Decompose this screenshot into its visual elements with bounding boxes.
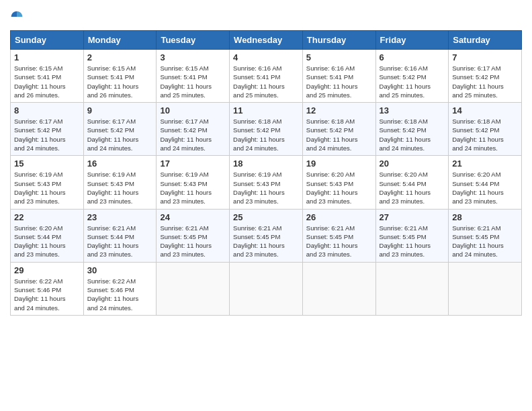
calendar-week-row: 22Sunrise: 6:20 AM Sunset: 5:44 PM Dayli… <box>11 209 522 262</box>
column-header-wednesday: Wednesday <box>230 31 303 50</box>
day-info: Sunrise: 6:16 AM Sunset: 5:42 PM Dayligh… <box>380 64 445 99</box>
day-number: 9 <box>87 105 153 116</box>
calendar-week-row: 8Sunrise: 6:17 AM Sunset: 5:42 PM Daylig… <box>11 103 522 156</box>
day-number: 26 <box>306 212 372 222</box>
day-number: 28 <box>452 212 518 222</box>
calendar-cell: 8Sunrise: 6:17 AM Sunset: 5:42 PM Daylig… <box>11 103 84 156</box>
calendar-cell: 24Sunrise: 6:21 AM Sunset: 5:45 PM Dayli… <box>157 209 230 262</box>
calendar-cell: 20Sunrise: 6:20 AM Sunset: 5:44 PM Dayli… <box>375 156 449 209</box>
day-info: Sunrise: 6:20 AM Sunset: 5:43 PM Dayligh… <box>306 170 372 205</box>
day-info: Sunrise: 6:15 AM Sunset: 5:41 PM Dayligh… <box>87 64 153 99</box>
column-header-saturday: Saturday <box>449 31 522 50</box>
logo-icon <box>10 10 24 24</box>
day-number: 12 <box>306 105 372 116</box>
calendar-cell: 1Sunrise: 6:15 AM Sunset: 5:41 PM Daylig… <box>11 50 84 103</box>
calendar-table: SundayMondayTuesdayWednesdayThursdayFrid… <box>10 30 522 316</box>
calendar-cell: 27Sunrise: 6:21 AM Sunset: 5:45 PM Dayli… <box>375 209 449 262</box>
column-header-sunday: Sunday <box>11 31 84 50</box>
day-info: Sunrise: 6:17 AM Sunset: 5:42 PM Dayligh… <box>14 117 80 152</box>
day-info: Sunrise: 6:22 AM Sunset: 5:46 PM Dayligh… <box>14 277 80 312</box>
calendar-header-row: SundayMondayTuesdayWednesdayThursdayFrid… <box>11 31 522 50</box>
day-number: 29 <box>14 265 80 275</box>
day-number: 6 <box>380 52 445 62</box>
day-info: Sunrise: 6:20 AM Sunset: 5:44 PM Dayligh… <box>452 170 518 205</box>
calendar-week-row: 15Sunrise: 6:19 AM Sunset: 5:43 PM Dayli… <box>11 156 522 209</box>
calendar-cell <box>375 262 449 315</box>
day-info: Sunrise: 6:17 AM Sunset: 5:42 PM Dayligh… <box>452 64 518 99</box>
calendar-cell: 7Sunrise: 6:17 AM Sunset: 5:42 PM Daylig… <box>449 50 522 103</box>
calendar-cell: 30Sunrise: 6:22 AM Sunset: 5:46 PM Dayli… <box>83 262 157 315</box>
calendar-cell: 16Sunrise: 6:19 AM Sunset: 5:43 PM Dayli… <box>83 156 157 209</box>
day-info: Sunrise: 6:21 AM Sunset: 5:45 PM Dayligh… <box>233 224 299 259</box>
calendar-cell: 23Sunrise: 6:21 AM Sunset: 5:44 PM Dayli… <box>83 209 157 262</box>
page-header <box>10 10 522 24</box>
day-number: 17 <box>160 158 226 169</box>
day-info: Sunrise: 6:17 AM Sunset: 5:42 PM Dayligh… <box>87 117 153 152</box>
day-info: Sunrise: 6:18 AM Sunset: 5:42 PM Dayligh… <box>233 117 299 152</box>
calendar-cell <box>157 262 230 315</box>
calendar-cell: 9Sunrise: 6:17 AM Sunset: 5:42 PM Daylig… <box>83 103 157 156</box>
day-number: 21 <box>452 158 518 169</box>
day-info: Sunrise: 6:18 AM Sunset: 5:42 PM Dayligh… <box>306 117 372 152</box>
day-number: 25 <box>233 212 299 222</box>
calendar-cell: 12Sunrise: 6:18 AM Sunset: 5:42 PM Dayli… <box>302 103 375 156</box>
day-info: Sunrise: 6:21 AM Sunset: 5:44 PM Dayligh… <box>87 224 153 259</box>
day-number: 20 <box>380 158 445 169</box>
column-header-monday: Monday <box>83 31 157 50</box>
day-number: 18 <box>233 158 299 169</box>
day-info: Sunrise: 6:19 AM Sunset: 5:43 PM Dayligh… <box>87 170 153 205</box>
day-number: 13 <box>380 105 445 116</box>
calendar-cell: 10Sunrise: 6:17 AM Sunset: 5:42 PM Dayli… <box>157 103 230 156</box>
day-info: Sunrise: 6:20 AM Sunset: 5:44 PM Dayligh… <box>380 170 445 205</box>
column-header-tuesday: Tuesday <box>157 31 230 50</box>
calendar-cell: 15Sunrise: 6:19 AM Sunset: 5:43 PM Dayli… <box>11 156 84 209</box>
day-info: Sunrise: 6:20 AM Sunset: 5:44 PM Dayligh… <box>14 224 80 259</box>
day-number: 11 <box>233 105 299 116</box>
day-info: Sunrise: 6:19 AM Sunset: 5:43 PM Dayligh… <box>160 170 226 205</box>
day-number: 14 <box>452 105 518 116</box>
calendar-cell: 26Sunrise: 6:21 AM Sunset: 5:45 PM Dayli… <box>302 209 375 262</box>
calendar-cell <box>230 262 303 315</box>
calendar-cell: 4Sunrise: 6:16 AM Sunset: 5:41 PM Daylig… <box>230 50 303 103</box>
calendar-cell: 29Sunrise: 6:22 AM Sunset: 5:46 PM Dayli… <box>11 262 84 315</box>
day-info: Sunrise: 6:17 AM Sunset: 5:42 PM Dayligh… <box>160 117 226 152</box>
calendar-cell: 21Sunrise: 6:20 AM Sunset: 5:44 PM Dayli… <box>449 156 522 209</box>
day-info: Sunrise: 6:21 AM Sunset: 5:45 PM Dayligh… <box>160 224 226 259</box>
day-info: Sunrise: 6:21 AM Sunset: 5:45 PM Dayligh… <box>380 224 445 259</box>
day-info: Sunrise: 6:19 AM Sunset: 5:43 PM Dayligh… <box>233 170 299 205</box>
day-number: 16 <box>87 158 153 169</box>
day-info: Sunrise: 6:15 AM Sunset: 5:41 PM Dayligh… <box>160 64 226 99</box>
calendar-week-row: 29Sunrise: 6:22 AM Sunset: 5:46 PM Dayli… <box>11 262 522 315</box>
calendar-cell: 2Sunrise: 6:15 AM Sunset: 5:41 PM Daylig… <box>83 50 157 103</box>
calendar-cell <box>302 262 375 315</box>
day-number: 22 <box>14 212 80 222</box>
logo <box>10 10 26 24</box>
calendar-cell: 3Sunrise: 6:15 AM Sunset: 5:41 PM Daylig… <box>157 50 230 103</box>
day-number: 5 <box>306 52 372 62</box>
day-number: 15 <box>14 158 80 169</box>
day-info: Sunrise: 6:16 AM Sunset: 5:41 PM Dayligh… <box>233 64 299 99</box>
calendar-cell: 6Sunrise: 6:16 AM Sunset: 5:42 PM Daylig… <box>375 50 449 103</box>
day-number: 19 <box>306 158 372 169</box>
day-number: 1 <box>14 52 80 62</box>
day-info: Sunrise: 6:19 AM Sunset: 5:43 PM Dayligh… <box>14 170 80 205</box>
calendar-cell: 18Sunrise: 6:19 AM Sunset: 5:43 PM Dayli… <box>230 156 303 209</box>
day-number: 3 <box>160 52 226 62</box>
day-number: 4 <box>233 52 299 62</box>
day-number: 10 <box>160 105 226 116</box>
day-number: 8 <box>14 105 80 116</box>
calendar-cell: 25Sunrise: 6:21 AM Sunset: 5:45 PM Dayli… <box>230 209 303 262</box>
calendar-cell: 14Sunrise: 6:18 AM Sunset: 5:42 PM Dayli… <box>449 103 522 156</box>
day-number: 2 <box>87 52 153 62</box>
day-number: 30 <box>87 265 153 275</box>
column-header-friday: Friday <box>375 31 449 50</box>
day-info: Sunrise: 6:18 AM Sunset: 5:42 PM Dayligh… <box>380 117 445 152</box>
day-number: 24 <box>160 212 226 222</box>
day-number: 27 <box>380 212 445 222</box>
calendar-cell: 11Sunrise: 6:18 AM Sunset: 5:42 PM Dayli… <box>230 103 303 156</box>
calendar-cell: 19Sunrise: 6:20 AM Sunset: 5:43 PM Dayli… <box>302 156 375 209</box>
day-info: Sunrise: 6:22 AM Sunset: 5:46 PM Dayligh… <box>87 277 153 312</box>
calendar-body: 1Sunrise: 6:15 AM Sunset: 5:41 PM Daylig… <box>11 50 522 316</box>
calendar-cell: 13Sunrise: 6:18 AM Sunset: 5:42 PM Dayli… <box>375 103 449 156</box>
calendar-cell: 28Sunrise: 6:21 AM Sunset: 5:45 PM Dayli… <box>449 209 522 262</box>
